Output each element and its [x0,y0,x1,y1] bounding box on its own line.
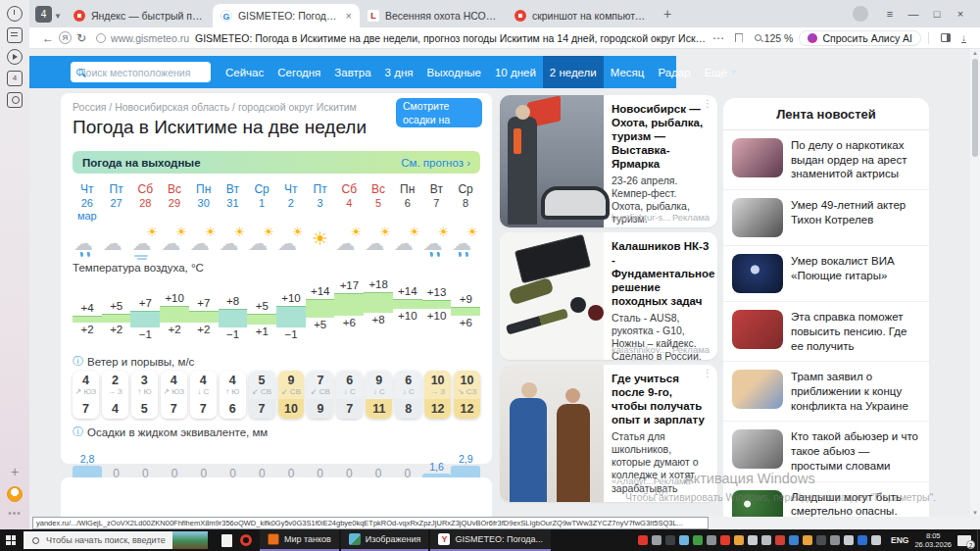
sidebar-more-icon[interactable]: ••• [7,508,23,524]
day-column-header[interactable]: Пн30 [189,183,219,223]
browser-tab[interactable]: скриншот на компьютере [507,4,654,27]
wind-cell[interactable]: 4↑ Ю6 [220,371,246,419]
search-highlight-image[interactable] [172,531,208,549]
dark-app-tray-icon[interactable] [816,535,826,545]
tab-close-icon[interactable]: × [345,10,351,22]
site-nav-item-5[interactable]: Выходные [420,56,488,88]
news-item[interactable]: Эта справка поможет повысить пенсию. Где… [723,302,929,362]
day-column-header[interactable]: Ср1 [247,183,276,223]
settings-tray-icon[interactable] [707,535,716,545]
wind-cell[interactable]: 7↙ СВ9 [307,371,333,419]
screenshot-icon[interactable] [7,92,23,108]
tv-tray-icon[interactable] [665,535,675,545]
ad-menu-icon[interactable]: ⋮ [703,98,712,109]
browser-tab[interactable]: GGISMETEO: Погода в И× [213,4,360,27]
new-tab-button[interactable]: + [663,6,671,22]
alice-ai-button[interactable]: Спросить Алису AI [799,30,921,46]
weekend-banner-link[interactable]: См. прогноз › [401,157,470,169]
wind-cell[interactable]: 5↙ СВ7 [249,371,275,419]
bookmark-icon[interactable] [735,33,743,43]
precip-map-button[interactable]: Смотрите осадки на карте. [396,98,482,127]
eye-tray-icon[interactable] [761,535,771,545]
yandex-home-icon[interactable]: Я [59,31,72,44]
site-nav-item-10[interactable]: Ещё▼ [698,56,744,88]
notification-center-icon[interactable]: 2 [957,535,971,546]
ad-domain[interactable]: huntfishtur-s... [612,212,670,223]
zoom-control[interactable]: 125 % [755,32,794,44]
wind-cell[interactable]: 10↘ СЗ12 [454,371,480,419]
news-item[interactable]: Умер 49-летний актер Тихон Котрелев [723,190,929,246]
start-button[interactable] [0,535,22,545]
day-column-header[interactable]: Вт7 [422,183,452,223]
site-nav-item-8[interactable]: Месяц [604,56,652,88]
taskbar-app-button[interactable]: Изображения [341,529,429,551]
info-icon[interactable]: ⓘ [73,354,83,369]
yandex-mail-icon[interactable] [7,486,23,502]
news-item-text[interactable]: Умер 49-летний актер Тихон Котрелев [791,198,920,226]
day-column-header[interactable]: Ср8 [451,183,480,223]
day-column-header[interactable]: Вс5 [364,183,393,223]
maximize-button[interactable]: □ [925,8,949,20]
site-nav-item-4[interactable]: 3 дня [378,56,420,88]
taskbar-app-button[interactable]: Мир танков [260,529,339,551]
language-indicator[interactable]: ENG [891,535,908,545]
site-nav-item-3[interactable]: Завтра [327,56,377,88]
news-item-text[interactable]: Умер вокалист ВИА «Поющие гитары» [791,254,920,282]
back-icon[interactable]: ← [42,31,54,45]
wind-cell[interactable]: 6↓ С8 [395,371,421,419]
hidden-icons-tray-icon[interactable] [830,535,840,545]
download-icon[interactable]: ↓ [961,33,966,43]
address-url[interactable]: www.gismeteo.ru [111,32,189,44]
address-page-title[interactable]: GISMETEO: Погода в Искитиме на две недел… [195,32,708,44]
tab-count-badge[interactable]: 4 [35,6,52,23]
location-search-input[interactable] [71,62,211,82]
history-icon[interactable] [7,6,23,22]
wind-cell[interactable]: 10→ З12 [424,371,451,419]
document-app-icon[interactable] [221,534,232,547]
bluetooth-tray-icon[interactable] [789,535,799,545]
side-panel-icon[interactable] [941,33,951,42]
news-item-text[interactable]: Трамп заявил о приближении к концу конфл… [791,370,920,413]
opera-tray-icon[interactable] [720,535,730,545]
address-more-icon[interactable]: ⋯ [712,31,724,45]
news-item-text[interactable]: Эта справка поможет повысить пенсию. Где… [791,310,920,353]
photos-tray-icon[interactable] [679,535,689,545]
taskbar-clock[interactable]: 8:05 26.03.2026 [914,531,952,549]
day-column-header[interactable]: Пт3 [306,183,335,223]
news-item[interactable]: Умер вокалист ВИА «Поющие гитары» [723,246,929,302]
site-nav-item-2[interactable]: Сегодня [270,56,327,88]
ad-domain[interactable]: kalashnikov.... [612,344,670,355]
browser-tab[interactable]: LВесенняя охота НСО 202 [360,4,507,27]
day-column-header[interactable]: Вт31 [219,183,248,223]
green-app-tray-icon[interactable] [693,535,703,545]
site-nav-item-1[interactable]: Сейчас [219,56,270,88]
close-button[interactable]: × [949,8,972,20]
day-column-header[interactable]: Пн6 [393,183,422,223]
day-column-header[interactable]: Вс29 [160,183,189,223]
day-column-header[interactable]: Чт26 мар [73,183,102,223]
news-item[interactable]: Трамп заявил о приближении к концу конфл… [723,362,929,422]
video-icon[interactable] [7,49,23,65]
media-player-tray-icon[interactable] [858,535,867,545]
wind-cell[interactable]: 9↙ СВ10 [278,371,305,419]
grid-app-tray-icon[interactable] [734,535,744,545]
day-column-header[interactable]: Пт27 [102,183,131,223]
wind-cell[interactable]: 6↓ С7 [336,371,363,419]
ad-title[interactable]: Новосибирск — Охота, рыбалка, туризм — В… [612,102,710,171]
scrollbar-thumb[interactable] [972,59,978,157]
tab-list-chevron-icon[interactable]: ▼ [54,12,62,21]
taskbar-search[interactable]: Чтобы начать поиск, введите [24,531,172,549]
info-icon[interactable]: ⓘ [73,425,83,439]
news-item-text[interactable]: По делу о наркотиках выдан ордер на арес… [791,138,920,181]
profile-avatar[interactable] [853,6,868,22]
sidebar-add-icon[interactable]: + [7,465,23,480]
tabs-count-icon[interactable]: 4 [7,71,23,86]
opera-app-icon[interactable] [240,534,252,546]
minimize-button[interactable]: — [902,8,925,20]
user-tray-icon[interactable] [652,535,662,545]
weekend-banner[interactable]: Погода на выходные См. прогноз › [73,151,480,174]
site-nav-item-6[interactable]: 10 дней [488,56,543,88]
ad-title[interactable]: Калашников НК-3 - Фундаментальное решени… [612,239,710,308]
ad-title[interactable]: Где учиться после 9-го, чтобы получать о… [612,372,710,426]
keyboard-tray-icon[interactable] [871,535,881,545]
